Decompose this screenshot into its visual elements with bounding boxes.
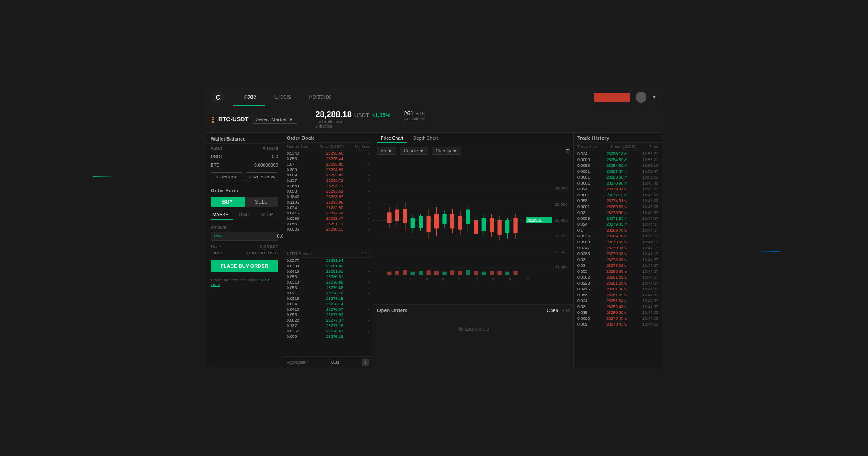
nav-right: ▼: [594, 92, 656, 103]
last-price: 28,288.18: [316, 110, 352, 119]
nav-tab-orders[interactable]: Orders: [265, 88, 300, 106]
svg-text:5: 5: [442, 277, 444, 282]
buy-order-1[interactable]: 0.027728281.04-: [283, 258, 373, 263]
overlay-chevron-icon: ▼: [453, 148, 457, 153]
deposit-button[interactable]: ⊕ DEPOSIT: [211, 172, 243, 181]
amount-input[interactable]: [224, 233, 287, 239]
plus-icon: ⊕: [215, 175, 219, 179]
select-market-button[interactable]: Select Market ▼: [252, 115, 297, 124]
sell-order-10[interactable]: 0.110528293.06-: [283, 200, 373, 205]
sell-order-6[interactable]: 0.13728293.72-: [283, 178, 373, 183]
max-button[interactable]: Max: [214, 234, 222, 238]
th-row-19: 0.0328278.08↘10:44:37: [574, 256, 662, 262]
buy-order-10[interactable]: 0.041528278.07-: [283, 307, 373, 312]
total-value: 0.00000000 BTC: [247, 251, 278, 255]
aggregation-plus-button[interactable]: +: [362, 359, 369, 366]
usdt-amount: 0.0: [272, 154, 278, 159]
dropdown-arrow[interactable]: ▼: [652, 95, 656, 100]
sell-order-15[interactable]: 0.050628290.15-: [283, 227, 373, 232]
depth-chart-tab[interactable]: Depth Chart: [410, 134, 441, 143]
left-panel: Wallet Balance Asset Amount USDT 0.0 BTC…: [206, 133, 283, 368]
svg-text:28 500: 28 500: [555, 202, 567, 207]
fee-value: 0.0 USDT: [260, 244, 278, 249]
timeframe-button[interactable]: 6h ▼: [377, 147, 396, 155]
svg-rect-53: [505, 220, 509, 233]
buy-sell-tabs: BUY SELL: [211, 197, 278, 207]
stop-order-tab[interactable]: STOP: [255, 210, 278, 220]
expand-icon[interactable]: ⊡: [566, 148, 570, 154]
buy-order-5[interactable]: 0.031828278.89-: [283, 280, 373, 285]
svg-rect-25: [395, 209, 399, 221]
svg-text:8: 8: [492, 277, 494, 282]
sell-order-7[interactable]: 0.268928293.71-: [283, 183, 373, 189]
buy-order-9[interactable]: 0.02428278.14-: [283, 301, 373, 307]
th-row-16: 0.028328279.50↘10:44:17: [574, 239, 662, 245]
overlay-button[interactable]: Overlay ▼: [432, 147, 461, 155]
sell-order-9[interactable]: 0.184228293.07-: [283, 194, 373, 200]
order-book-title: Order Book: [287, 135, 314, 141]
price-main: 28,288.18 USDT +1.35% Last trade price 2…: [316, 110, 391, 128]
buy-order-8[interactable]: 0.031828278.15-: [283, 296, 373, 301]
svg-text:6: 6: [458, 277, 460, 282]
buy-order-14[interactable]: 0.035728276.61-: [283, 328, 373, 334]
buy-tab[interactable]: BUY: [211, 197, 245, 207]
svg-text:28 750: 28 750: [555, 186, 567, 191]
market-order-tab[interactable]: MARKET: [211, 210, 233, 220]
volume-section: 261 BTC 24h volume: [404, 110, 425, 128]
buy-order-15[interactable]: 0.00928276.16-: [283, 334, 373, 339]
sell-order-1[interactable]: 0.534228295.60-: [283, 151, 373, 156]
buy-order-13[interactable]: 0.13728277.18-: [283, 323, 373, 328]
chart-controls: 6h ▼ Candle ▼ Overlay ▼ ⊡: [373, 145, 573, 157]
buy-order-7[interactable]: 0.0228278.16-: [283, 290, 373, 296]
sell-order-13[interactable]: 0.039328292.47-: [283, 216, 373, 221]
svg-text:10: 10: [525, 277, 529, 282]
logo: C: [212, 91, 224, 104]
chart-panel: Price Chart Depth Chart 6h ▼ Candle ▼ Ov…: [373, 133, 574, 368]
sell-order-5[interactable]: 0.00928293.82-: [283, 172, 373, 178]
th-row-12: 0.008928271.93↗10:44:37: [574, 215, 662, 221]
buy-order-6[interactable]: 0.05328279.88-: [283, 285, 373, 290]
candle-button[interactable]: Candle ▼: [400, 147, 428, 155]
buy-order-2[interactable]: 0.073328281.03-: [283, 263, 373, 269]
sell-order-11[interactable]: 0.02428282.90-: [283, 205, 373, 210]
svg-rect-41: [458, 216, 462, 229]
nav-tab-trade[interactable]: Trade: [233, 88, 265, 106]
price-chart-tab[interactable]: Price Chart: [377, 134, 407, 143]
sell-order-12[interactable]: 0.041528292.49-: [283, 210, 373, 216]
view-more-link[interactable]: View more: [211, 278, 269, 287]
top-nav: C Trade Orders Portfolios ▼: [206, 88, 662, 106]
svg-rect-68: [458, 271, 462, 275]
sell-order-3[interactable]: 1.0728295.00-: [283, 162, 373, 167]
buy-order-12[interactable]: 0.082228277.37-: [283, 318, 373, 323]
btc-amount: 0.00000000: [254, 163, 278, 168]
usdt-asset: USDT: [211, 154, 223, 159]
nav-tab-portfolios[interactable]: Portfolios: [300, 88, 341, 106]
th-row-26: 0.02428281.34↘10:44:37: [574, 298, 662, 304]
th-row-11: 0.0328270.50↘10:46:52: [574, 209, 662, 215]
buy-order-3[interactable]: 0.041528281.01-: [283, 269, 373, 274]
fee-row: Fee ≈ 0.0 USDT: [206, 243, 283, 250]
withdraw-button[interactable]: ⊖ WITHDRAW: [246, 172, 278, 181]
th-row-13: 0.02428279.05↗10:44:37: [574, 221, 662, 227]
minus-icon: ⊖: [248, 175, 252, 179]
sell-order-2[interactable]: 0.05328295.44-: [283, 156, 373, 162]
svg-rect-23: [387, 212, 391, 223]
place-order-button[interactable]: PLACE BUY ORDER: [211, 260, 278, 272]
th-size-header: Trade Size: [577, 144, 597, 149]
buy-order-11[interactable]: 0.05328277.92-: [283, 312, 373, 318]
sell-order-4[interactable]: 0.30928294.99-: [283, 167, 373, 172]
chart-area: 28 750 28 500 28 000 27 750 27 500 27 25…: [373, 157, 573, 304]
sell-order-8[interactable]: 0.05328293.52-: [283, 189, 373, 194]
open-orders-fills-tab[interactable]: Fills: [561, 308, 570, 313]
limit-order-tab[interactable]: LIMIT: [233, 210, 256, 220]
spread-value: 9.11: [361, 252, 369, 256]
th-row-24: 0.041528281.30↘10:44:37: [574, 286, 662, 292]
trade-history-rows: 0.02428288.18↗10:53:21 0.000028284.59↗10…: [574, 151, 662, 368]
buy-order-4[interactable]: 0.05328280.91-: [283, 274, 373, 280]
open-orders-open-tab[interactable]: Open: [547, 308, 558, 313]
sell-tab[interactable]: SELL: [245, 197, 278, 207]
svg-rect-71: [482, 272, 486, 275]
sell-order-14[interactable]: 0.05328291.71-: [283, 221, 373, 227]
user-avatar[interactable]: [636, 92, 646, 103]
th-row-7: 0.02428279.34↘10:48:23: [574, 186, 662, 192]
